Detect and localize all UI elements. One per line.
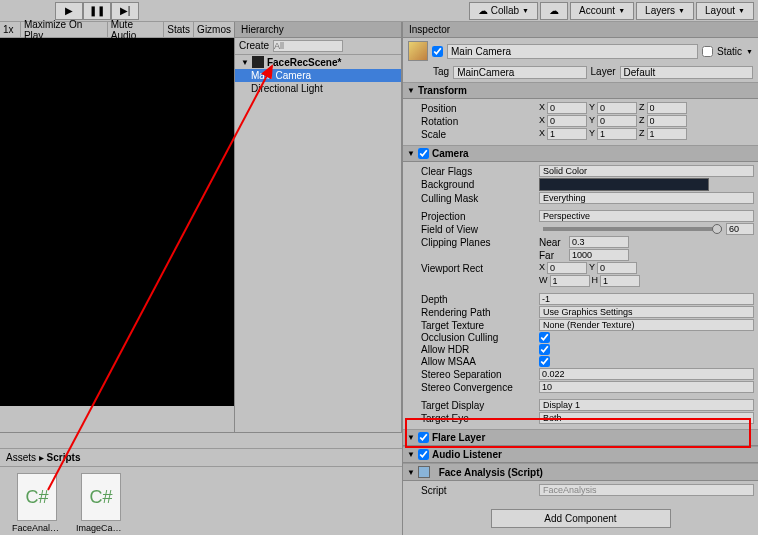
clipping-planes-label: Clipping Planes xyxy=(421,237,539,248)
hierarchy-tab[interactable]: Hierarchy xyxy=(235,22,401,38)
layout-dropdown[interactable]: Layout▼ xyxy=(696,2,754,20)
target-eye-dropdown[interactable]: Both xyxy=(539,412,754,424)
allow-hdr-checkbox[interactable] xyxy=(539,344,550,355)
inspector-tab[interactable]: Inspector xyxy=(403,22,758,38)
near-label: Near xyxy=(539,237,569,248)
scene-name: FaceRecScene* xyxy=(267,57,342,68)
rendering-path-label: Rendering Path xyxy=(421,307,539,318)
gizmos-dropdown[interactable]: Gizmos xyxy=(193,22,234,37)
layers-dropdown[interactable]: Layers▼ xyxy=(636,2,694,20)
background-color-field[interactable] xyxy=(539,178,709,191)
occlusion-culling-label: Occlusion Culling xyxy=(421,332,539,343)
add-component-button[interactable]: Add Component xyxy=(491,509,671,528)
camera-enabled-checkbox[interactable] xyxy=(418,148,429,159)
step-button[interactable]: ▶| xyxy=(111,2,139,20)
depth-input[interactable] xyxy=(539,293,754,305)
gameobject-name-input[interactable] xyxy=(447,44,698,59)
stereo-sep-input[interactable] xyxy=(539,368,754,380)
script-field[interactable]: FaceAnalysis xyxy=(539,484,754,496)
projection-dropdown[interactable]: Perspective xyxy=(539,210,754,222)
flare-layer-enabled-checkbox[interactable] xyxy=(418,432,429,443)
rot-x-input[interactable] xyxy=(547,115,587,127)
culling-mask-dropdown[interactable]: Everything xyxy=(539,192,754,204)
gameobject-icon xyxy=(408,41,428,61)
fov-slider[interactable] xyxy=(543,227,722,231)
project-breadcrumb: Assets ▸ Scripts xyxy=(0,449,402,467)
vp-h-input[interactable] xyxy=(600,275,640,287)
far-label: Far xyxy=(539,250,569,261)
camera-component-header[interactable]: ▼Camera xyxy=(403,145,758,162)
fov-input[interactable] xyxy=(726,223,754,235)
tag-layer-row: Tag MainCamera Layer Default xyxy=(403,64,758,82)
inspector-header: Static▼ xyxy=(403,38,758,64)
flare-layer-component-header[interactable]: ▼Flare Layer xyxy=(403,429,758,446)
projection-label: Projection xyxy=(421,211,539,222)
hierarchy-panel: Hierarchy Create ▼ FaceRecScene* Main Ca… xyxy=(234,22,402,432)
target-texture-field[interactable]: None (Render Texture) xyxy=(539,319,754,331)
target-display-dropdown[interactable]: Display 1 xyxy=(539,399,754,411)
pos-x-input[interactable] xyxy=(547,102,587,114)
clear-flags-dropdown[interactable]: Solid Color xyxy=(539,165,754,177)
allow-msaa-checkbox[interactable] xyxy=(539,356,550,367)
cloud-button[interactable]: ☁ xyxy=(540,2,568,20)
occlusion-culling-checkbox[interactable] xyxy=(539,332,550,343)
create-dropdown[interactable]: Create xyxy=(239,40,269,52)
mute-audio-toggle[interactable]: Mute Audio xyxy=(107,22,164,37)
culling-mask-label: Culling Mask xyxy=(421,193,539,204)
top-right-tools: ☁Collab▼ ☁ Account▼ Layers▼ Layout▼ xyxy=(469,2,754,20)
project-panel: Assets ▸ Scripts C# FaceAnalysi... C# Im… xyxy=(0,432,402,535)
game-viewport xyxy=(0,38,234,406)
scale-label: Scale xyxy=(421,129,539,140)
fov-label: Field of View xyxy=(421,224,539,235)
static-checkbox[interactable] xyxy=(702,46,713,57)
rendering-path-dropdown[interactable]: Use Graphics Settings xyxy=(539,306,754,318)
pause-button[interactable]: ❚❚ xyxy=(83,2,111,20)
hierarchy-scene[interactable]: ▼ FaceRecScene* xyxy=(235,55,401,69)
stereo-sep-label: Stereo Separation xyxy=(421,369,539,380)
hierarchy-item-directional-light[interactable]: Directional Light xyxy=(235,82,401,95)
hierarchy-item-main-camera[interactable]: Main Camera xyxy=(235,69,401,82)
play-button[interactable]: ▶ xyxy=(55,2,83,20)
csharp-file-icon: C# xyxy=(17,473,57,521)
rot-y-input[interactable] xyxy=(597,115,637,127)
fold-icon[interactable]: ▼ xyxy=(241,58,249,67)
breadcrumb-scripts[interactable]: Scripts xyxy=(47,452,81,463)
collab-dropdown[interactable]: ☁Collab▼ xyxy=(469,2,538,20)
gameobject-active-checkbox[interactable] xyxy=(432,46,443,57)
breadcrumb-assets[interactable]: Assets xyxy=(6,452,36,463)
file-faceanalysis[interactable]: C# FaceAnalysi... xyxy=(12,473,62,533)
scl-x-input[interactable] xyxy=(547,128,587,140)
maximize-on-play-toggle[interactable]: Maximize On Play xyxy=(20,22,107,37)
near-input[interactable] xyxy=(569,236,629,248)
layer-dropdown[interactable]: Default xyxy=(620,66,753,79)
pos-y-input[interactable] xyxy=(597,102,637,114)
account-dropdown[interactable]: Account▼ xyxy=(570,2,634,20)
vp-w-input[interactable] xyxy=(550,275,590,287)
transform-component-header[interactable]: ▼Transform xyxy=(403,82,758,99)
rot-z-input[interactable] xyxy=(647,115,687,127)
rotation-label: Rotation xyxy=(421,116,539,127)
far-input[interactable] xyxy=(569,249,629,261)
tag-dropdown[interactable]: MainCamera xyxy=(453,66,586,79)
hierarchy-subbar: Create xyxy=(235,38,401,55)
pos-z-input[interactable] xyxy=(647,102,687,114)
project-files: C# FaceAnalysi... C# ImageCaptu... xyxy=(0,467,402,535)
tag-label: Tag xyxy=(433,66,449,79)
scl-z-input[interactable] xyxy=(647,128,687,140)
hierarchy-search-input[interactable] xyxy=(273,40,343,52)
project-toolbar xyxy=(0,433,402,449)
cloud-icon: ☁ xyxy=(549,5,559,16)
audio-listener-enabled-checkbox[interactable] xyxy=(418,449,429,460)
vp-x-input[interactable] xyxy=(547,262,587,274)
transport-controls: ▶ ❚❚ ▶| xyxy=(55,2,139,20)
stereo-conv-input[interactable] xyxy=(539,381,754,393)
stereo-conv-label: Stereo Convergence xyxy=(421,382,539,393)
face-analysis-component-header[interactable]: ▼ Face Analysis (Script) xyxy=(403,463,758,481)
vp-y-input[interactable] xyxy=(597,262,637,274)
layer-label: Layer xyxy=(591,66,616,79)
scl-y-input[interactable] xyxy=(597,128,637,140)
audio-listener-component-header[interactable]: ▼Audio Listener xyxy=(403,446,758,463)
target-eye-label: Target Eye xyxy=(421,413,539,424)
file-imagecapture[interactable]: C# ImageCaptu... xyxy=(76,473,126,533)
stats-toggle[interactable]: Stats xyxy=(163,22,193,37)
